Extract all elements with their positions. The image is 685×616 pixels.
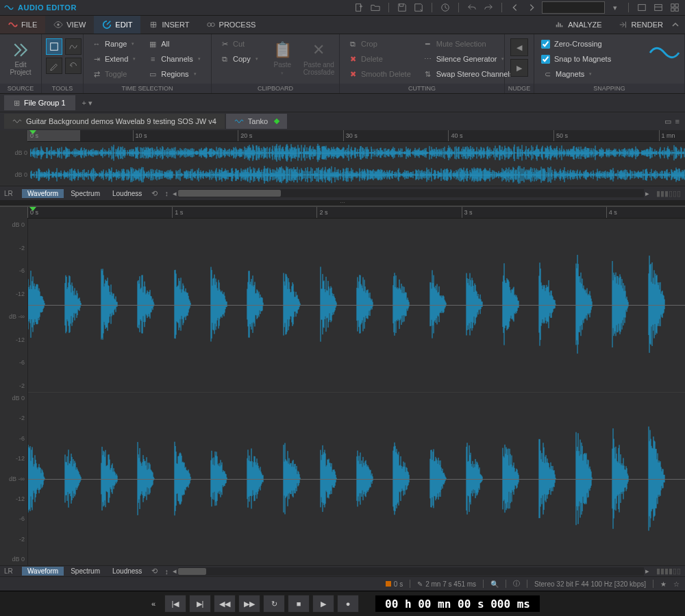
record-button[interactable]: ● (337, 595, 359, 613)
delete-button[interactable]: ✖Delete (344, 52, 415, 66)
tab-view[interactable]: VIEW (45, 16, 94, 34)
layout-icon[interactable] (652, 1, 664, 14)
regions-button[interactable]: ▭Regions▾ (144, 67, 204, 81)
view-waveform-tab[interactable]: Waveform (22, 189, 64, 198)
copy-button[interactable]: ⧉Copy▾ (216, 52, 262, 66)
undo-icon[interactable] (466, 1, 478, 14)
tab-edit-label: EDIT (115, 21, 132, 29)
main-scrollbar[interactable] (178, 567, 644, 576)
view-sync-icon[interactable]: ↕ (162, 189, 171, 197)
rewind-fast-button[interactable]: « (145, 595, 162, 612)
tab-render[interactable]: RENDER (610, 16, 671, 34)
selection-tool-icon[interactable] (46, 38, 62, 55)
overview-scrollbar[interactable] (178, 189, 644, 197)
ribbon-nudge-label: NUDGE (505, 84, 534, 93)
overview-ruler[interactable]: 0 s 10 s 20 s 30 s 40 s 50 s 1 mn (27, 130, 685, 142)
silence-generator-button[interactable]: ⋯Silence Generator▾ (419, 52, 518, 66)
view-spectrum-tab[interactable]: Spectrum (65, 189, 105, 198)
crop-button[interactable]: ⧉Crop (344, 37, 415, 51)
view-loudness-tab[interactable]: Loudness (107, 189, 147, 198)
play-tool-icon[interactable] (65, 58, 82, 74)
file-tab-1[interactable]: Guitar Background demos Wavelab 9 testin… (4, 114, 225, 129)
tab-insert[interactable]: INSERT (140, 16, 197, 34)
smooth-delete-button[interactable]: ✖Smooth Delete (344, 67, 415, 81)
status-star-outline-icon[interactable]: ☆ (673, 580, 680, 588)
overview-wave-left[interactable] (30, 142, 685, 164)
go-start-button[interactable]: |◀ (164, 595, 186, 613)
save-as-icon[interactable] (412, 1, 425, 14)
file-group-add-button[interactable]: + ▾ (77, 99, 98, 108)
status-zoom-icon[interactable]: 🔍 (490, 580, 499, 588)
envelope-tool-icon[interactable] (65, 38, 82, 55)
nav-back-icon[interactable] (509, 1, 521, 14)
magnets-button[interactable]: ⊂Magnets▾ (538, 67, 614, 81)
main-gutter: dB 0 -2 -6 -12 dB -∞ -12 -6 -2 dB 0 -2 -… (0, 219, 28, 565)
panel-icon[interactable] (636, 1, 648, 14)
cut-button[interactable]: ✂Cut (216, 37, 262, 51)
main-wave-right[interactable] (28, 392, 685, 566)
main-wave-left[interactable] (28, 219, 685, 392)
zoom-meter-icon[interactable]: ▮▮▮▮▯▯ (651, 567, 681, 576)
loop-button[interactable]: ↻ (263, 595, 285, 613)
fast-forward-button[interactable]: ▶▶ (238, 595, 260, 613)
view-options-icon[interactable]: ⟲ (149, 189, 160, 198)
undo-history-icon[interactable] (439, 1, 451, 14)
scroll-left-icon[interactable]: ◂ (173, 189, 177, 198)
nudge-left-icon[interactable]: ◀ (510, 38, 528, 56)
collapse-ribbon-icon[interactable] (671, 21, 685, 29)
nudge-right-icon[interactable]: ▶ (510, 59, 528, 77)
combo-dropdown-icon[interactable]: ▾ (609, 1, 621, 14)
file-group-tab[interactable]: ⊞ File Group 1 (4, 95, 75, 110)
status-info-icon[interactable]: ⓘ (513, 579, 520, 589)
scroll-left-icon[interactable]: ◂ (173, 567, 177, 576)
view-sync-icon[interactable]: ↕ (162, 567, 171, 576)
tab-file[interactable]: FILE (0, 16, 45, 34)
scroll-right-icon[interactable]: ▸ (645, 189, 649, 198)
tab-edit[interactable]: EDIT (94, 16, 140, 34)
mute-selection-button[interactable]: ━Mute Selection (419, 37, 518, 51)
view-waveform-tab[interactable]: Waveform (22, 567, 64, 576)
file-tab-2[interactable]: Tanko (226, 114, 287, 129)
nav-forward-icon[interactable] (525, 1, 538, 14)
redo-icon[interactable] (482, 1, 495, 14)
zero-crossing-checkbox[interactable]: Zero-Crossing (538, 37, 614, 51)
extend-button[interactable]: ⇥Extend▾ (88, 52, 140, 66)
title-combo[interactable] (542, 1, 605, 14)
open-folder-icon[interactable] (369, 1, 382, 14)
svg-rect-12 (51, 43, 58, 51)
swap-stereo-button[interactable]: ⇅Swap Stereo Channels (419, 67, 518, 81)
mute-icon: ━ (423, 39, 433, 49)
new-file-icon[interactable] (353, 1, 365, 14)
view-loudness-tab[interactable]: Loudness (107, 567, 147, 576)
file-tab-2-label: Tanko (248, 117, 268, 125)
scroll-right-icon[interactable]: ▸ (645, 567, 649, 576)
tiles-icon[interactable] (669, 1, 681, 14)
range-button[interactable]: ↔Range▾ (88, 37, 140, 51)
toggle-button[interactable]: ⇄Toggle (88, 67, 140, 81)
save-icon[interactable] (396, 1, 408, 14)
snap-magnets-checkbox[interactable]: Snap to Magnets (538, 52, 614, 66)
zoom-meter-icon[interactable]: ▮▮▮▯▯▯ (651, 189, 681, 198)
tab-process[interactable]: PROCESS (198, 16, 264, 34)
file-options-icon[interactable]: ▭ (664, 117, 671, 126)
status-star-icon[interactable]: ★ (660, 580, 667, 588)
view-options-icon[interactable]: ⟲ (149, 567, 160, 576)
stop-button[interactable]: ■ (288, 595, 310, 613)
edit-project-button[interactable]: Edit Project (4, 37, 37, 79)
view-spectrum-tab[interactable]: Spectrum (65, 567, 105, 576)
pencil-tool-icon[interactable] (46, 58, 62, 74)
tab-analyze[interactable]: ANALYZE (547, 16, 610, 34)
regions-icon: ▭ (148, 69, 158, 79)
main-ruler[interactable]: 0 s 1 s 2 s 3 s 4 s (27, 207, 685, 219)
channels-button[interactable]: ≡Channels▾ (144, 52, 204, 66)
go-end-button[interactable]: ▶| (189, 595, 211, 613)
play-button[interactable]: ▶ (312, 595, 334, 613)
all-button[interactable]: ▦All (144, 37, 204, 51)
split-handle[interactable]: ⋯ (0, 200, 685, 206)
paste-crossfade-button[interactable]: ✕Paste and Crossfade (303, 37, 335, 79)
file-list-icon[interactable]: ≡ (675, 117, 680, 126)
overview-wave-right[interactable] (30, 164, 685, 186)
rewind-button[interactable]: ◀◀ (214, 595, 236, 613)
file-group-label: File Group 1 (24, 99, 66, 107)
paste-button[interactable]: 📋Paste▾ (266, 37, 299, 79)
